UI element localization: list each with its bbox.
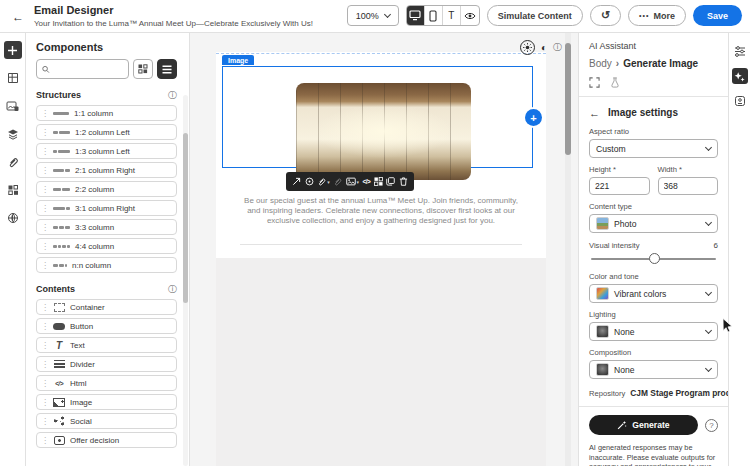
unlink-button[interactable] <box>333 177 342 186</box>
drag-handle-icon[interactable] <box>41 242 49 251</box>
drag-handle-icon[interactable] <box>41 303 49 312</box>
info-icon[interactable] <box>168 285 177 294</box>
drag-handle-icon[interactable] <box>41 166 49 175</box>
experiment-button[interactable] <box>610 77 620 88</box>
content-type-select[interactable]: Photo <box>589 214 718 233</box>
zoom-select[interactable]: 100% <box>347 5 399 26</box>
dark-mode-toggle[interactable] <box>541 43 547 53</box>
info-icon[interactable] <box>553 43 562 52</box>
color-tone-select[interactable]: Vibrant colors <box>589 284 718 303</box>
content-item[interactable]: Divider <box>36 356 177 372</box>
add-components-button[interactable] <box>4 41 22 59</box>
email-page[interactable]: Image + <box>216 52 546 466</box>
components-scrollbar[interactable] <box>183 95 188 466</box>
save-button[interactable]: Save <box>693 5 742 26</box>
drag-handle-icon[interactable] <box>41 261 49 270</box>
structure-item[interactable]: n:n column <box>36 257 177 273</box>
content-item[interactable]: Image <box>36 394 177 410</box>
settings-back-button[interactable] <box>589 105 600 120</box>
assets-button[interactable] <box>305 177 314 186</box>
email-intro-text[interactable]: Be our special guest at the annual Luma™… <box>241 196 521 225</box>
drag-handle-icon[interactable] <box>41 109 49 118</box>
drag-handle-icon[interactable] <box>41 360 49 369</box>
email-divider[interactable] <box>240 244 522 245</box>
info-icon[interactable] <box>168 91 177 100</box>
structure-item[interactable]: 1:2 column Left <box>36 124 177 140</box>
edit-html-button[interactable] <box>362 178 370 185</box>
height-input[interactable] <box>589 177 650 195</box>
structure-item[interactable]: 2:2 column <box>36 181 177 197</box>
structure-item[interactable]: 3:1 column Right <box>36 200 177 216</box>
expand-button[interactable] <box>589 77 600 88</box>
visual-intensity-slider[interactable] <box>591 253 716 265</box>
component-grid-button[interactable] <box>374 177 383 186</box>
help-icon[interactable]: ? <box>705 419 718 432</box>
repository-row[interactable]: Repository CJM Stage Program prod <box>589 388 718 398</box>
breadcrumb-parent[interactable]: Body <box>589 58 612 69</box>
content-item[interactable]: Social <box>36 413 177 429</box>
drag-handle-icon[interactable] <box>41 322 49 331</box>
replace-image-button[interactable] <box>346 177 360 186</box>
lighting-select[interactable]: None <box>589 322 718 341</box>
structure-grid-button[interactable] <box>4 69 22 87</box>
structure-item[interactable]: 2:1 column Right <box>36 162 177 178</box>
more-button[interactable]: More <box>628 5 686 26</box>
drag-handle-icon[interactable] <box>41 417 49 426</box>
link-button[interactable] <box>317 177 330 186</box>
structure-item[interactable]: 1:1 column <box>36 105 177 121</box>
badge-button[interactable] <box>732 93 748 109</box>
scrollbar-thumb[interactable] <box>565 43 571 155</box>
drag-handle-icon[interactable] <box>41 398 49 407</box>
resize-button[interactable] <box>292 177 301 186</box>
generate-button[interactable]: Generate <box>589 415 698 435</box>
back-button[interactable] <box>10 9 26 25</box>
scrollbar-thumb[interactable] <box>183 133 188 303</box>
mobile-view-button[interactable] <box>425 6 443 25</box>
structure-item[interactable]: 3:3 column <box>36 219 177 235</box>
text-view-button[interactable] <box>443 6 461 25</box>
content-item[interactable]: </> Html <box>36 375 177 391</box>
drag-handle-icon[interactable] <box>41 128 49 137</box>
drag-handle-icon[interactable] <box>41 223 49 232</box>
structure-item[interactable]: 1:3 column Left <box>36 143 177 159</box>
hero-image[interactable] <box>296 83 471 180</box>
drag-handle-icon[interactable] <box>41 204 49 213</box>
ai-assistant-rail-button[interactable] <box>732 68 748 84</box>
links-panel-button[interactable] <box>4 153 22 171</box>
drag-handle-icon[interactable] <box>41 379 49 388</box>
simulate-content-button[interactable]: Simulate Content <box>487 5 583 26</box>
slider-knob[interactable] <box>649 253 660 264</box>
globe-button[interactable] <box>4 209 22 227</box>
preview-button[interactable] <box>461 6 479 25</box>
delete-button[interactable] <box>399 177 408 186</box>
components-search[interactable] <box>36 59 129 79</box>
width-input[interactable] <box>658 177 719 195</box>
fragments-panel-button[interactable] <box>4 181 22 199</box>
structure-item[interactable]: 4:4 column <box>36 238 177 254</box>
drag-handle-icon[interactable] <box>41 147 49 156</box>
drag-handle-icon[interactable] <box>41 436 49 445</box>
list-view-toggle[interactable] <box>157 59 177 79</box>
left-icon-rail <box>0 33 26 466</box>
undo-button[interactable] <box>590 5 621 26</box>
canvas-scrollbar[interactable] <box>565 33 571 466</box>
chevron-down-icon <box>705 327 712 334</box>
components-search-input[interactable] <box>54 64 123 74</box>
content-item[interactable]: T Text <box>36 337 177 353</box>
layers-panel-button[interactable] <box>4 125 22 143</box>
content-item[interactable]: Container <box>36 299 177 315</box>
light-mode-button[interactable] <box>520 40 535 55</box>
content-item[interactable]: Offer decision <box>36 432 177 448</box>
content-item[interactable]: Button <box>36 318 177 334</box>
composition-select[interactable]: None <box>589 360 718 379</box>
duplicate-button[interactable] <box>386 177 395 186</box>
properties-button[interactable] <box>732 43 748 59</box>
grid-view-toggle[interactable] <box>133 59 153 79</box>
drag-handle-icon[interactable] <box>41 341 49 350</box>
drag-handle-icon[interactable] <box>41 185 49 194</box>
desktop-view-button[interactable] <box>407 6 425 25</box>
add-block-button[interactable]: + <box>525 109 542 126</box>
aspect-ratio-select[interactable]: Custom <box>589 139 718 158</box>
assets-panel-button[interactable] <box>4 97 22 115</box>
selected-image-block[interactable] <box>222 66 533 168</box>
